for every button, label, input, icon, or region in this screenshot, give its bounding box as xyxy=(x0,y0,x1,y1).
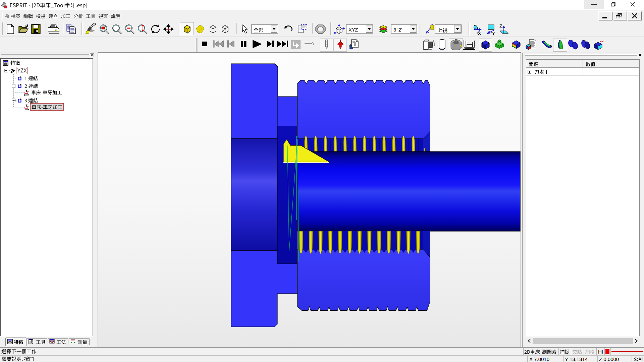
svg-text:e: e xyxy=(5,6,6,8)
svg-text:Y: Y xyxy=(492,31,495,36)
svg-text:X: X xyxy=(478,31,481,36)
svg-text:Z: Z xyxy=(499,23,502,28)
